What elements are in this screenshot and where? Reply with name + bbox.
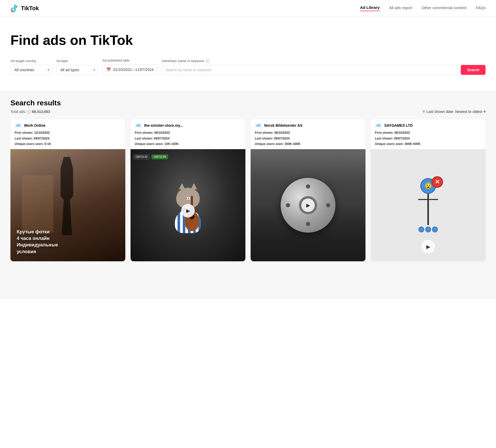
nav-ad-library[interactable]: Ad Library	[360, 5, 380, 11]
ad-visual-2: GBP16.00 GBP16.99 👀	[131, 149, 245, 261]
ad-card-3[interactable]: Ad Norsk Bildelsenter AS First shown: 06…	[251, 119, 365, 261]
column-bg	[22, 175, 53, 233]
ad-badge-name-row-4: Ad SAYGAMES LTD	[375, 123, 481, 128]
char-body	[427, 194, 429, 225]
ad-visual-3: ▶	[251, 149, 365, 261]
ad-meta-2: First shown: 06/10/2022 Last shown: 09/0…	[135, 130, 241, 147]
ad-overlay-text-1: Крутые фотки 4 часа онлайн Индивидуальны…	[17, 229, 58, 255]
country-filter-group: Ad target country All countries United S…	[10, 59, 52, 75]
game-character: 😧 ✕	[418, 178, 438, 232]
results-header: Search results Total ads: i 68,413,663 ≡…	[10, 99, 486, 114]
ad-card-4-header: Ad SAYGAMES LTD First shown: 06/10/2022 …	[371, 119, 486, 149]
total-ads-count: Total ads: i 68,413,663	[10, 110, 50, 114]
unique-users-4: Unique users seen: 400K-500K	[375, 141, 481, 147]
ad-badge-name-row: Ad Work Online	[15, 123, 121, 128]
ad-meta-1: First shown: 12/10/2022 Last shown: 09/0…	[15, 130, 121, 147]
ad-card-1[interactable]: Ad Work Online First shown: 12/10/2022 L…	[10, 119, 125, 261]
ad-name-1: Work Online	[24, 123, 45, 128]
results-meta: Total ads: i 68,413,663 ≡ Last shown dat…	[10, 109, 486, 114]
results-section: Search results Total ads: i 68,413,663 ≡…	[0, 90, 496, 299]
unique-users-3: Unique users seen: 300K-400K	[255, 141, 361, 147]
search-input[interactable]	[162, 65, 458, 75]
price-tag-1: GBP16.00	[133, 154, 150, 159]
nav-faqs[interactable]: FAQs	[476, 5, 486, 11]
main-nav: Ad Library All ads report Other commerci…	[360, 5, 486, 11]
hero-section: Find ads on TikTok Ad target country All…	[0, 17, 496, 85]
play-button-3[interactable]: ▶	[301, 198, 315, 212]
char-arm-left	[418, 199, 427, 200]
country-select-wrapper[interactable]: All countries United States United Kingd…	[10, 65, 52, 75]
date-value: 01/10/2022—11/07/2024	[113, 68, 153, 72]
ad-badge-name-row-3: Ad Norsk Bildelsenter AS	[255, 123, 361, 128]
search-input-row: Search	[162, 65, 486, 75]
search-info-icon[interactable]: i	[206, 59, 210, 63]
search-filter-label: Advertiser name or keyword i	[162, 59, 486, 63]
ad-name-3: Norsk Bildelsenter AS	[264, 123, 303, 128]
nav-commercial-content[interactable]: Other commercial content	[422, 5, 467, 11]
play-button-2[interactable]: ▶	[181, 204, 195, 217]
ad-name-4: SAYGAMES LTD	[384, 123, 413, 128]
ad-visual-1: Крутые фотки 4 часа онлайн Индивидуальны…	[10, 149, 125, 261]
first-shown-1: First shown: 12/10/2022	[15, 130, 121, 136]
results-title: Search results	[10, 99, 486, 107]
char-head: 😧 ✕	[420, 178, 436, 194]
sort-button[interactable]: ≡ Last shown date: Newest to oldest ▾	[422, 109, 486, 114]
ad-type-select-wrapper[interactable]: All ad types Video Image Spark Ads ▾	[56, 65, 98, 75]
ad-name-2: the-sinister-store.my...	[144, 123, 183, 128]
ad-visual-4: 😧 ✕ ▶	[371, 149, 486, 261]
header: TikTok Ad Library All ads report Other c…	[0, 0, 496, 17]
cat-ear-right	[191, 183, 197, 189]
ad-card-3-header: Ad Norsk Bildelsenter AS First shown: 06…	[251, 119, 365, 149]
ad-badge-2: Ad	[135, 123, 142, 128]
search-wrapper	[162, 65, 459, 75]
ad-badge-name-row-2: Ad the-sinister-store.my...	[135, 123, 241, 128]
cat-ear-left	[179, 183, 185, 189]
search-button[interactable]: Search	[461, 65, 486, 75]
bolt-hole-bottom	[306, 222, 310, 226]
info-icon: i	[27, 110, 31, 113]
sort-chevron-icon: ▾	[484, 110, 486, 114]
char-ball-1	[418, 227, 424, 232]
ad-meta-4: First shown: 06/10/2022 Last shown: 09/0…	[375, 130, 481, 147]
tiktok-logo-icon	[10, 4, 19, 13]
ads-grid: Ad Work Online First shown: 12/10/2022 L…	[10, 119, 486, 261]
char-ball-2	[425, 227, 431, 232]
ad-meta-3: First shown: 06/10/2022 Last shown: 09/0…	[255, 130, 361, 147]
bolt-hole-left	[286, 203, 290, 207]
first-shown-4: First shown: 06/10/2022	[375, 130, 481, 136]
date-filter-group: Ad published date 📅 01/10/2022—11/07/202…	[102, 58, 157, 75]
last-shown-4: Last shown: 09/07/2024	[375, 136, 481, 142]
first-shown-3: First shown: 06/10/2022	[255, 130, 361, 136]
ad-type-select[interactable]: All ad types Video Image Spark Ads	[56, 65, 98, 75]
price-tag-2: GBP16.99	[151, 154, 168, 159]
date-filter-label: Ad published date	[102, 58, 157, 62]
ad-card-4[interactable]: Ad SAYGAMES LTD First shown: 06/10/2022 …	[371, 119, 486, 261]
price-tags: GBP16.00 GBP16.99	[133, 154, 243, 159]
hero-title: Find ads on TikTok	[10, 32, 486, 48]
ad-badge-3: Ad	[255, 123, 262, 128]
first-shown-2: First shown: 06/10/2022	[135, 130, 241, 136]
nav-all-ads-report[interactable]: All ads report	[389, 5, 412, 11]
char-balls	[418, 227, 438, 232]
logo-text: TikTok	[21, 5, 39, 12]
filters-bar: Ad target country All countries United S…	[10, 58, 486, 75]
logo-area: TikTok	[10, 4, 39, 13]
bolt-hole-top	[306, 184, 310, 189]
last-shown-1: Last shown: 09/07/2024	[15, 136, 121, 142]
sort-icon: ≡	[422, 109, 425, 114]
bolt-hole-right	[326, 203, 330, 207]
play-button-4[interactable]: ▶	[421, 240, 435, 253]
last-shown-3: Last shown: 09/07/2024	[255, 136, 361, 142]
calendar-icon: 📅	[106, 67, 111, 72]
red-x-circle: ✕	[432, 176, 443, 188]
date-picker[interactable]: 📅 01/10/2022—11/07/2024	[102, 64, 157, 75]
country-filter-label: Ad target country	[10, 59, 52, 63]
last-shown-2: Last shown: 09/07/2024	[135, 136, 241, 142]
country-select[interactable]: All countries United States United Kingd…	[10, 65, 52, 75]
ad-card-2-header: Ad the-sinister-store.my... First shown:…	[131, 119, 245, 149]
ad-badge-4: Ad	[375, 123, 382, 128]
char-face-icon: 😧	[425, 183, 432, 189]
ad-card-2[interactable]: Ad the-sinister-store.my... First shown:…	[131, 119, 245, 261]
ad-card-1-header: Ad Work Online First shown: 12/10/2022 L…	[10, 119, 125, 149]
brake-visual: ▶	[251, 149, 365, 261]
